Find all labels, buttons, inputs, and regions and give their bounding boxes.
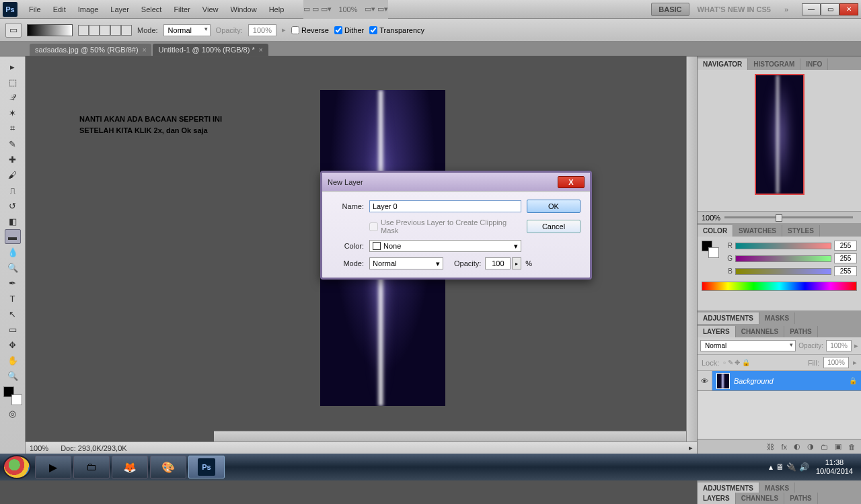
name-field[interactable] — [369, 200, 521, 212]
minimize-button[interactable]: — — [802, 3, 821, 15]
b-slider[interactable] — [735, 268, 831, 275]
color-dropdown[interactable]: None — [369, 240, 521, 252]
gradient-swatch[interactable] — [27, 24, 73, 36]
dialog-close-button[interactable]: X — [558, 176, 585, 188]
start-button[interactable] — [3, 455, 31, 479]
marquee-tool[interactable]: ⬚ — [5, 75, 21, 89]
eyedropper-tool[interactable]: ✎ — [5, 136, 21, 151]
taskbar-wmp[interactable]: ▶ — [35, 456, 71, 478]
lasso-tool[interactable]: 𝒬 — [5, 90, 21, 105]
ok-button[interactable]: OK — [527, 200, 581, 213]
brush-tool[interactable]: 🖌 — [5, 167, 21, 182]
layer-opacity[interactable]: 100% — [826, 340, 852, 351]
document-tab[interactable]: Untitled-1 @ 100% (RGB/8) *× — [153, 44, 268, 56]
zoom-tool[interactable]: 🔍 — [5, 368, 21, 383]
dlg-mode-dropdown[interactable]: Normal — [369, 257, 443, 269]
menu-help[interactable]: Help — [263, 3, 291, 16]
scrollbar-vertical[interactable] — [686, 56, 697, 442]
tab-layers[interactable]: LAYERS — [698, 326, 736, 337]
whats-new-link[interactable]: WHAT'S NEW IN CS5 — [692, 5, 776, 13]
taskbar-paint[interactable]: 🎨 — [150, 456, 186, 478]
blur-tool[interactable]: 💧 — [5, 245, 21, 259]
history-brush-tool[interactable]: ↺ — [5, 198, 21, 213]
maximize-button[interactable]: ▭ — [821, 3, 839, 15]
quickmask-tool[interactable]: ◎ — [5, 406, 21, 421]
tab-channels[interactable]: CHANNELS — [736, 326, 785, 337]
opacity-value[interactable]: 100% — [248, 24, 276, 36]
adj-layer-icon[interactable]: ◑ — [807, 442, 814, 451]
taskbar-explorer[interactable]: 🗀 — [73, 456, 110, 478]
layer-thumb[interactable] — [716, 373, 730, 389]
close-icon[interactable]: × — [259, 46, 263, 54]
menu-view[interactable]: View — [196, 3, 225, 16]
b-value[interactable]: 255 — [834, 266, 857, 276]
pen-tool[interactable]: ✒ — [5, 276, 21, 290]
3d-tool[interactable]: ✥ — [5, 337, 21, 352]
cancel-button[interactable]: Cancel — [527, 220, 581, 233]
menu-image[interactable]: Image — [72, 3, 105, 16]
fill-value[interactable]: 100% — [823, 357, 849, 368]
healing-tool[interactable]: ✚ — [5, 152, 21, 167]
canvas-area[interactable]: NANTI AKAN ADA BACAAN SEPERTI INI SETELA… — [26, 56, 697, 454]
trash-icon[interactable]: 🗑 — [848, 443, 856, 451]
layer-row[interactable]: 👁 Background 🔒 — [698, 371, 861, 391]
reverse-checkbox[interactable]: Reverse — [291, 26, 329, 34]
mask-icon[interactable]: ◐ — [794, 442, 800, 451]
taskbar-firefox[interactable]: 🦊 — [112, 456, 148, 478]
opacity-stepper[interactable]: ▸ — [512, 257, 521, 269]
menu-edit[interactable]: Edit — [47, 3, 72, 16]
scrollbar-horizontal[interactable] — [214, 431, 686, 442]
tab-navigator[interactable]: NAVIGATOR — [698, 58, 748, 70]
r-slider[interactable] — [735, 243, 831, 249]
tray-clock[interactable]: 11:38 10/04/2014 — [816, 458, 853, 476]
document-tab[interactable]: sadsadas.jpg @ 50% (RGB/8#)× — [30, 44, 151, 56]
type-tool[interactable]: T — [5, 291, 21, 306]
menu-window[interactable]: Window — [225, 3, 263, 16]
status-zoom[interactable]: 100% — [30, 444, 48, 452]
taskbar-photoshop[interactable]: Ps — [188, 456, 225, 478]
fx-icon[interactable]: fx — [781, 443, 787, 451]
crop-tool[interactable]: ⌗ — [5, 121, 21, 136]
stamp-tool[interactable]: ⎍ — [5, 183, 21, 198]
menu-layer[interactable]: Layer — [104, 3, 135, 16]
tab-styles[interactable]: STYLES — [782, 225, 820, 237]
workspace-basic-button[interactable]: BASIC — [651, 3, 689, 16]
tab-layers[interactable]: LAYERS — [698, 493, 736, 504]
layer-name[interactable]: Background — [734, 377, 774, 385]
hand-tool[interactable]: ✋ — [5, 353, 21, 368]
link-icon[interactable]: ⛓ — [767, 443, 774, 451]
move-tool[interactable]: ▸ — [5, 59, 21, 74]
menu-filter[interactable]: Filter — [167, 3, 196, 16]
dodge-tool[interactable]: 🔍 — [5, 260, 21, 275]
wand-tool[interactable]: ✶ — [5, 106, 21, 120]
dither-checkbox[interactable]: Dither — [334, 26, 364, 34]
new-layer-icon[interactable]: ▣ — [835, 442, 841, 451]
menu-select[interactable]: Select — [135, 3, 168, 16]
r-value[interactable]: 255 — [834, 241, 857, 251]
tab-histogram[interactable]: HISTOGRAM — [748, 58, 800, 70]
close-icon[interactable]: × — [143, 46, 147, 54]
navigator-thumb[interactable] — [755, 74, 804, 195]
nav-zoom-slider[interactable] — [724, 216, 853, 218]
tab-info[interactable]: INFO — [800, 58, 828, 70]
folder-icon[interactable]: 🗀 — [821, 443, 828, 451]
more-icon[interactable]: » — [779, 5, 794, 13]
tab-masks[interactable]: MASKS — [759, 312, 795, 324]
tab-paths[interactable]: PATHS — [784, 326, 817, 337]
shape-tool[interactable]: ▭ — [5, 322, 21, 337]
menu-file[interactable]: File — [23, 3, 47, 16]
gradient-type-icons[interactable] — [78, 25, 132, 36]
transparency-checkbox[interactable]: Transparency — [369, 26, 424, 34]
tab-adjustments[interactable]: ADJUSTMENTS — [698, 312, 759, 324]
dialog-titlebar[interactable]: New Layer X — [322, 173, 590, 192]
tab-paths[interactable]: PATHS — [784, 493, 817, 504]
color-fgbg[interactable] — [702, 241, 719, 258]
g-value[interactable]: 255 — [834, 253, 857, 263]
blend-mode-dropdown[interactable]: Normal — [700, 340, 796, 351]
tab-channels[interactable]: CHANNELS — [736, 493, 785, 504]
tab-swatches[interactable]: SWATCHES — [733, 225, 782, 237]
tool-icon[interactable]: ▭ — [5, 23, 22, 38]
spectrum-bar[interactable] — [702, 282, 857, 291]
gradient-tool[interactable]: ▬ — [5, 229, 21, 244]
mode-dropdown[interactable]: Normal — [163, 24, 211, 36]
